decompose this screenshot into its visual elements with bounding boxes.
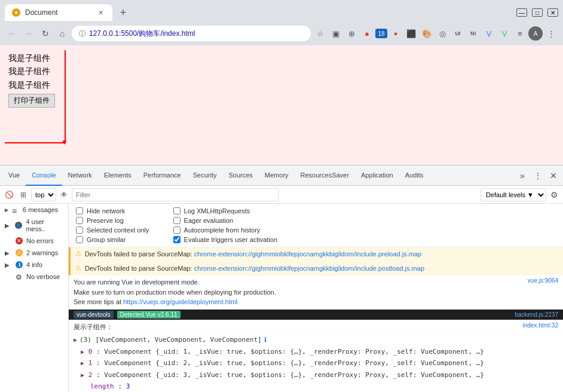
ext1-icon[interactable]: ▣ [329,26,343,41]
vue-devmode-source[interactable]: vue.js:9064 [528,277,558,284]
print-button[interactable]: 打印子组件 [8,94,55,108]
tab-elements[interactable]: Elements [98,166,137,186]
ext10-icon[interactable]: N! [466,26,481,41]
eager-eval-checkbox[interactable] [173,217,180,224]
back-button[interactable]: ← [5,26,19,41]
autocomplete-history-label: Autocomplete from history [184,226,261,234]
sidebar-info-label: 4 info [26,261,42,268]
tree-item-2: ▶ 2 : VueComponent {_uid: 3, _isVue: tru… [69,369,563,381]
ext5-icon[interactable]: ● [388,26,403,41]
ext2-icon[interactable]: ⊕ [344,26,359,41]
message-show-children: 展示子组件： index.html:32 [69,320,563,335]
tab-audits[interactable]: Audits [399,166,430,186]
tab-memory[interactable]: Memory [259,166,295,186]
title-bar: ● Document ✕ + — □ ✕ [0,0,563,22]
log-xhr-checkbox[interactable] [173,207,180,215]
levels-select[interactable]: Default levels ▼ [481,188,546,201]
address-bar: ← → ↻ ⌂ ⓘ 127.0.0.1:5500/购物车/index.html … [0,22,563,45]
selected-context-checkbox[interactable] [76,226,83,234]
warn-link2[interactable]: chrome-extension://gighmmiobklfepjocnamg… [194,265,424,272]
tab-application[interactable]: Application [355,166,399,186]
context-select[interactable]: top [31,188,56,201]
evaluate-triggers-checkbox[interactable] [173,236,180,243]
autocomplete-history-checkbox[interactable] [173,226,180,234]
option-autocomplete-history: Autocomplete from history [173,226,278,234]
info-icon: ℹ [16,261,23,268]
user-messages-icon: 👤 [15,222,22,229]
ext11-icon[interactable]: V [482,26,496,41]
minimize-button[interactable]: — [516,8,527,17]
reload-button[interactable]: ↻ [38,26,53,41]
new-tab-button[interactable]: + [115,4,131,21]
more-tabs-button[interactable]: » [515,169,530,183]
devtools-options-button[interactable]: ⋮ [531,169,545,183]
tree-item-1: ▶ 1 : VueComponent {_uid: 2, _isVue: tru… [69,357,563,369]
option-group-similar: Group similar [76,236,149,243]
close-button[interactable]: ✕ [547,8,558,17]
tab-console[interactable]: Console [26,166,62,186]
home-button[interactable]: ⌂ [55,26,69,41]
tree-expand-icon[interactable]: ▶ [74,335,77,345]
ext3-icon[interactable]: ● [360,26,374,41]
ext9-icon[interactable]: UI [451,26,465,41]
warn-link1[interactable]: chrome-extension://gighmmiobklfepjocnamg… [194,250,421,258]
ext12-icon[interactable]: V [497,26,512,41]
profile-icon[interactable]: A [528,26,543,41]
sidebar-item-verbose[interactable]: ⚙ No verbose [0,271,68,283]
devtools-more: » ⋮ ✕ [515,169,561,183]
clear-console-button[interactable]: 🚫 [2,188,16,201]
page-content: 我是子组件 我是子组件 我是子组件 打印子组件 ▼ [0,45,563,165]
filter-toggle-button[interactable]: ⊞ [17,188,30,201]
ext8-icon[interactable]: ◎ [435,26,449,41]
ext13-icon[interactable]: ≡ [513,26,527,41]
tree-val-2: VueComponent {_uid: 3, _isVue: true, $op… [104,371,484,379]
sidebar-item-errors[interactable]: ✕ No errors [0,235,68,247]
address-input[interactable]: ⓘ 127.0.0.1:5500/购物车/index.html [72,26,311,41]
tab-performance[interactable]: Performance [137,166,187,186]
options-left: Hide network Preserve log Selected conte… [76,207,149,243]
tree-expand-0[interactable]: ▶ [81,348,84,355]
log-xhr-label: Log XMLHttpRequests [184,207,250,215]
warn-text2: DevTools failed to parse SourceMap: chro… [85,264,558,274]
tab-close-button[interactable]: ✕ [96,8,105,17]
preserve-log-checkbox[interactable] [76,217,83,224]
maximize-button[interactable]: □ [532,8,543,17]
tab-favicon: ● [12,8,20,17]
tab-sources[interactable]: Sources [222,166,258,186]
forward-button[interactable]: → [22,26,36,41]
tab-security[interactable]: Security [187,166,223,186]
console-settings-icon[interactable]: ⚙ [547,188,561,201]
hide-network-checkbox[interactable] [76,207,83,215]
tree-val-0: VueComponent {_uid: 1, _isVue: true, $op… [104,348,484,356]
ext7-icon[interactable]: 🎨 [420,26,434,41]
tree-expand-2[interactable]: ▶ [81,372,84,378]
option-eager-eval: Eager evaluation [173,217,278,224]
tab-vue[interactable]: Vue [2,166,26,186]
devtools-settings-button[interactable]: ✕ [546,169,561,183]
tree-expand-1[interactable]: ▶ [81,360,84,366]
console-sidebar: ▶ ≡ 6 messages ▶ 👤 4 user mess.. ✕ No er… [0,204,69,392]
bookmark-icon[interactable]: ☆ [313,26,328,41]
backend-source[interactable]: backend.js:2237 [515,311,558,318]
ext4-icon[interactable]: 18 [375,29,387,38]
tab-network[interactable]: Network [62,166,98,186]
sidebar-item-all-messages[interactable]: ▶ ≡ 6 messages [0,204,68,216]
filter-input[interactable] [72,188,279,201]
console-body: ▶ ≡ 6 messages ▶ 👤 4 user mess.. ✕ No er… [0,204,563,392]
vue-tips-link[interactable]: https://vuejs.org/guide/deployment.html [123,298,237,305]
red-arrow-horizontal [5,142,66,143]
ext6-icon[interactable]: ⬛ [404,26,418,41]
eye-button[interactable]: 👁 [57,188,71,201]
group-similar-checkbox[interactable] [76,236,83,243]
sidebar-item-user-messages[interactable]: ▶ 👤 4 user mess.. [0,216,68,235]
url-text: 127.0.0.1:5500/购物车/index.html [89,29,195,39]
tab-resourcessaver[interactable]: ResourcesSaver [295,166,355,186]
show-children-source[interactable]: index.html:32 [523,322,558,329]
expand-icon4: ▶ [5,250,12,256]
message-warn1: ⚠ DevTools failed to parse SourceMap: ch… [69,247,563,262]
browser-tab[interactable]: ● Document ✕ [5,4,112,21]
sidebar-item-info[interactable]: ▶ ℹ 4 info [0,259,68,271]
sidebar-item-warnings[interactable]: ▶ ⚠ 2 warnings [0,247,68,259]
menu-button[interactable]: ⋮ [544,26,558,41]
page-line3: 我是子组件 [8,78,555,91]
